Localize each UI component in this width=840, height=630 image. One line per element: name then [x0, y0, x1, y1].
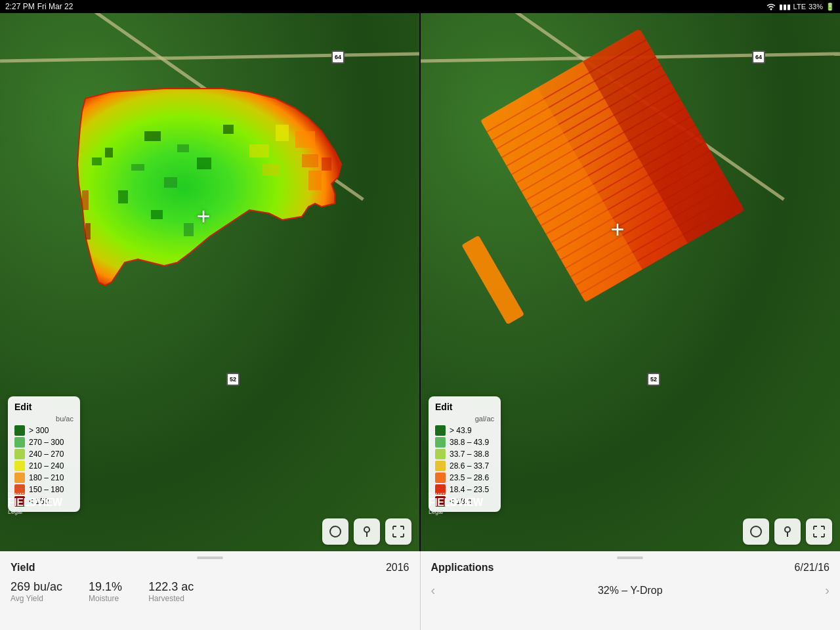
- bottom-right-pane: Applications 6/21/16 ‹ 32% – Y-Drop ›: [421, 551, 841, 630]
- swatch-2: [14, 449, 25, 459]
- label-2: 240 – 270: [29, 450, 64, 459]
- status-time: 2:27 PM: [5, 2, 35, 11]
- battery-level: 33%: [808, 3, 823, 10]
- network-type: LTE: [793, 3, 806, 10]
- svg-rect-11: [164, 177, 177, 188]
- fullscreen-icon: [392, 525, 405, 538]
- bottom-left-title: Yield: [10, 562, 35, 574]
- swatch-4: [14, 472, 25, 483]
- svg-rect-8: [177, 144, 189, 152]
- right-map-pane[interactable]: 64 52: [421, 0, 840, 551]
- left-bottom-icons: [322, 518, 411, 545]
- right-pin-btn[interactable]: [774, 518, 801, 545]
- application-nav-text: 32% – Y-Drop: [598, 585, 663, 597]
- left-legend-title[interactable]: Edit: [14, 402, 74, 412]
- left-scroll-handle: [197, 556, 223, 559]
- svg-rect-21: [85, 223, 91, 240]
- label-1: 270 – 300: [29, 438, 64, 447]
- svg-rect-15: [262, 164, 279, 176]
- left-watermark: CLIMATE FIELDVIEW Legal: [8, 492, 62, 515]
- svg-rect-7: [144, 131, 161, 141]
- stat-avg-yield: 269 bu/ac Avg Yield: [10, 580, 62, 603]
- stat-moisture: 19.1% Moisture: [89, 580, 122, 603]
- svg-rect-16: [276, 125, 289, 141]
- bottom-left-pane: Yield 2016 269 bu/ac Avg Yield 19.1% Moi…: [0, 551, 421, 630]
- status-day: Fri Mar 22: [37, 2, 74, 11]
- right-circle-btn[interactable]: [743, 518, 769, 545]
- r-swatch-4: [435, 472, 446, 483]
- moisture-value: 19.1%: [89, 580, 122, 594]
- circle-icon: [329, 525, 342, 538]
- prev-application-btn[interactable]: ‹: [431, 583, 436, 598]
- r-swatch-1: [435, 437, 446, 448]
- svg-point-23: [330, 526, 341, 537]
- bottom-left-stats: 269 bu/ac Avg Yield 19.1% Moisture 122.3…: [10, 580, 410, 603]
- svg-rect-17: [295, 131, 315, 148]
- left-map-pane[interactable]: 64 52: [0, 0, 421, 551]
- route-52-sign: 52: [226, 373, 240, 386]
- battery-icon: 🔋: [826, 3, 835, 11]
- r-legend-item-2: 33.7 – 38.8: [435, 449, 494, 459]
- left-fullscreen-btn[interactable]: [385, 518, 411, 545]
- svg-rect-4: [105, 148, 113, 158]
- right-legal-text: Legal: [429, 509, 483, 515]
- left-legend-unit: bu/ac: [14, 415, 74, 423]
- right-legend-title[interactable]: Edit: [435, 402, 494, 412]
- r-swatch-3: [435, 461, 446, 471]
- svg-rect-13: [184, 223, 194, 236]
- status-right: ▮▮▮ LTE 33% 🔋: [766, 3, 835, 11]
- left-pin-btn[interactable]: [354, 518, 380, 545]
- stat-harvested: 122.3 ac Harvested: [148, 580, 194, 603]
- avg-yield-label: Avg Yield: [10, 594, 62, 603]
- svg-rect-49: [461, 235, 524, 324]
- legend-item-4: 180 – 210: [14, 472, 74, 483]
- harvested-value: 122.3 ac: [148, 580, 194, 594]
- left-circle-btn[interactable]: [322, 518, 348, 545]
- bottom-left-year: 2016: [386, 562, 410, 574]
- right-climate-text: CLIMATE: [429, 492, 483, 497]
- svg-rect-19: [308, 171, 322, 190]
- right-fullscreen-icon: [812, 525, 826, 538]
- svg-rect-9: [197, 158, 211, 169]
- next-application-btn[interactable]: ›: [825, 583, 830, 598]
- svg-point-51: [785, 527, 790, 532]
- svg-rect-14: [249, 144, 269, 158]
- right-fullscreen-btn[interactable]: [806, 518, 832, 545]
- right-circle-icon: [749, 525, 763, 538]
- bottom-bar: Yield 2016 269 bu/ac Avg Yield 19.1% Moi…: [0, 551, 840, 630]
- avg-yield-value: 269 bu/ac: [10, 580, 62, 594]
- label-4: 180 – 210: [29, 473, 64, 482]
- svg-point-0: [770, 9, 772, 10]
- svg-rect-5: [131, 164, 144, 171]
- main-container: 64 52: [0, 13, 840, 630]
- status-left: 2:27 PM Fri Mar 22: [5, 2, 73, 11]
- left-climate-text: CLIMATE: [8, 492, 62, 497]
- left-legal-text: Legal: [8, 509, 62, 515]
- r-label-4: 23.5 – 28.6: [450, 473, 489, 482]
- right-legend-unit: gal/ac: [435, 415, 494, 423]
- swatch-3: [14, 461, 25, 471]
- r-swatch-0: [435, 425, 446, 436]
- bottom-right-date: 6/21/16: [795, 562, 830, 574]
- right-bottom-icons: [743, 518, 832, 545]
- right-pin-icon: [781, 525, 794, 538]
- right-route-64-sign: 64: [752, 51, 765, 64]
- label-3: 210 – 240: [29, 461, 64, 471]
- svg-rect-6: [118, 190, 128, 203]
- r-label-0: > 43.9: [450, 426, 472, 435]
- left-fieldview-text: FIELDVIEW: [8, 497, 62, 509]
- swatch-0: [14, 425, 25, 436]
- legend-item-2: 240 – 270: [14, 449, 74, 459]
- label-0: > 300: [29, 426, 49, 435]
- svg-point-50: [751, 526, 761, 537]
- legend-item-1: 270 – 300: [14, 437, 74, 448]
- right-route-52-sign: 52: [647, 373, 660, 386]
- r-swatch-2: [435, 449, 446, 459]
- right-fieldview-text: FIELDVIEW: [429, 497, 483, 509]
- bottom-left-header: Yield 2016: [10, 562, 410, 574]
- r-label-3: 28.6 – 33.7: [450, 461, 489, 471]
- svg-rect-22: [322, 158, 331, 171]
- wifi-icon: [766, 3, 776, 10]
- bottom-right-header: Applications 6/21/16: [431, 562, 830, 574]
- svg-point-24: [364, 527, 369, 532]
